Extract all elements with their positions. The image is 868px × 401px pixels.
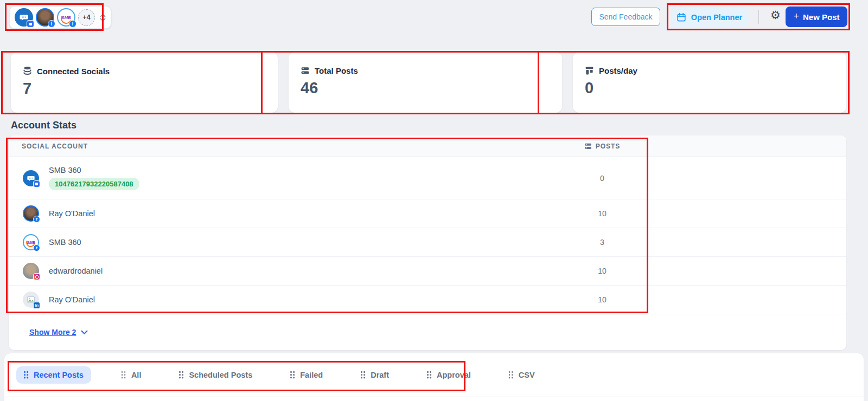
avatar-smb360-blue [23,170,39,186]
header-divider [758,10,759,24]
posts-per-day-value: 0 [585,79,833,97]
tab-csv[interactable]: CSV [501,366,542,384]
posts-count: 3 [553,238,651,247]
tab-scheduled-posts[interactable]: Scheduled Posts [171,366,260,384]
table-header-row: SOCIAL ACCOUNT POSTS [9,135,846,157]
account-name: Ray O'Daniel [49,295,95,304]
tab-label: Scheduled Posts [189,371,252,379]
drag-handle-icon[interactable] [427,371,432,379]
total-posts-label: Total Posts [315,66,358,75]
drag-handle-icon[interactable] [24,371,29,379]
account-name: Ray O'Daniel [49,209,95,218]
posts-count: 10 [553,295,651,304]
show-more-label: Show More 2 [29,328,76,337]
facebook-badge-icon: f [33,216,40,223]
instagram-badge-icon [33,273,40,280]
social-account-column-header: SOCIAL ACCOUNT [9,143,553,150]
avatar-smb360-logo: SMB f [23,234,39,250]
linkedin-badge-icon: in [33,302,40,309]
tab-failed[interactable]: Failed [283,366,330,384]
stack-icon [584,143,592,150]
settings-gear-icon[interactable]: ⚙ [770,9,781,22]
posts-count: 10 [553,267,651,275]
tab-label: Recent Posts [34,371,84,379]
tab-label: Approval [437,371,471,379]
facebook-badge-icon: f [33,244,40,251]
logo-text: SMB [27,241,35,244]
posts-count: 10 [553,209,651,218]
connected-socials-card: Connected Socials 7 [11,52,278,113]
posts-count: 0 [553,174,651,183]
avatar-ray-odaniel-image: in [23,292,39,308]
total-posts-card: Total Posts 46 [289,52,562,113]
avatar-ray-odaniel: f [23,205,39,222]
drag-handle-icon[interactable] [179,371,184,379]
calendar-icon [676,12,686,22]
account-name: edwardrodaniel [49,267,103,275]
account-name: SMB 360 [49,166,139,174]
account-stats-table: SOCIAL ACCOUNT POSTS [9,135,846,350]
table-row[interactable]: edwardrodaniel 10 [9,257,846,286]
total-posts-value: 46 [301,79,549,97]
open-planner-button[interactable]: Open Planner [671,7,748,27]
send-feedback-button[interactable]: Send Feedback [591,8,660,26]
table-row[interactable]: f Ray O'Daniel 10 [9,199,846,228]
posts-column-header: POSTS [553,143,651,150]
account-stats-heading: Account Stats [11,120,76,131]
tab-all[interactable]: All [114,366,149,384]
tab-draft[interactable]: Draft [353,366,397,384]
messenger-badge-icon [33,180,40,187]
header-actions: Send Feedback Open Planner ⚙ + New Post [0,0,868,35]
show-more-link[interactable]: Show More 2 [29,328,88,337]
connected-socials-label: Connected Socials [37,67,110,76]
new-post-label: New Post [803,12,840,22]
posts-per-day-card: Posts/day 0 [573,52,846,113]
posts-column-label: POSTS [596,143,621,150]
column-chart-icon [585,66,594,75]
posts-tabs: Recent Posts All Scheduled Posts Failed … [4,353,864,397]
chevron-down-icon [81,330,88,335]
tab-label: Draft [371,371,389,379]
drag-handle-icon[interactable] [290,371,295,379]
drag-handle-icon[interactable] [361,371,366,379]
logo-text: SMB [61,15,71,20]
posts-per-day-label: Posts/day [599,66,637,75]
account-name: SMB 360 [49,238,81,247]
open-planner-label: Open Planner [691,13,742,22]
drag-handle-icon[interactable] [122,371,126,379]
table-row[interactable]: SMB f SMB 360 3 [9,228,846,257]
stack-icon [301,66,310,75]
tab-label: All [131,371,142,379]
table-row[interactable]: in Ray O'Daniel 10 [9,286,846,314]
posts-section: Recent Posts All Scheduled Posts Failed … [4,353,864,401]
table-row[interactable]: SMB 360 10476217932220587408 0 [9,157,846,199]
plus-icon: + [793,11,799,22]
avatar-edwardrodaniel [23,263,39,279]
send-feedback-label: Send Feedback [599,12,652,21]
new-post-button[interactable]: + New Post [786,7,847,27]
tab-label: Failed [300,371,323,379]
connected-socials-value: 7 [23,80,265,98]
tab-approval[interactable]: Approval [419,366,478,384]
tab-label: CSV [519,371,535,379]
tab-recent-posts[interactable]: Recent Posts [16,366,91,384]
drag-handle-icon[interactable] [509,371,514,379]
account-id-badge: 10476217932220587408 [49,178,139,190]
dashboard-page: f SMB f +4 Send Feedback Open Planner [0,0,868,401]
database-icon [23,66,32,76]
